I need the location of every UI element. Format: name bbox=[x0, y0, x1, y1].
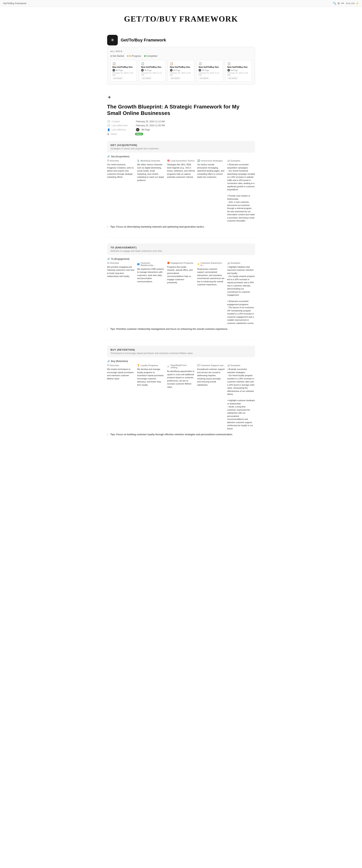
main-title: GET/TO/BUY FRAMEWORK bbox=[107, 14, 255, 24]
to-header-box: TO (ENGAGEMENT) Methods to engage and re… bbox=[107, 244, 255, 255]
buy-sub-label: Buy (Retention) bbox=[111, 360, 128, 363]
col-content-2: By identifying opportunities to upsell o… bbox=[167, 370, 195, 389]
get-columns-col-3: 🔄 Conversion Strategies Our tactics incl… bbox=[197, 159, 225, 222]
built-with: Built with ⚡ bbox=[346, 2, 359, 5]
get-sub-icon: 🔗 bbox=[107, 155, 110, 158]
col-header-text-3: Customer Support and... bbox=[201, 364, 225, 367]
col-icon-2: 🎯 bbox=[167, 159, 170, 162]
topbar-breadcrumb: Get/To/Buy Framework bbox=[3, 2, 26, 5]
get-header-box: GET (ACQUISITION) Strategies to attract … bbox=[107, 141, 255, 153]
col-header-text-0: Overview bbox=[110, 364, 119, 367]
col-icon-2: 🎁 bbox=[167, 262, 170, 264]
last-edited-by-value: Mr.Pugo bbox=[142, 128, 150, 131]
to-columns-col-3: ⭐ Customer Experience In... Responsive c… bbox=[197, 262, 225, 325]
col-content-3: Responsive customer support, personalize… bbox=[197, 268, 225, 286]
docs-filters: Not Started In Progress Completed bbox=[110, 55, 252, 57]
doc-card-status: Not started bbox=[170, 77, 180, 80]
buy-columns-col-1: 🏆 Loyalty Programs We develop and manage… bbox=[137, 364, 165, 430]
topbar-icons: 🔍 ⧉ ••• bbox=[333, 2, 344, 5]
buy-columns-col-2: 🛒 Upselling/Cross-selling... By identify… bbox=[167, 364, 195, 430]
buy-columns: ☑ Overview We employ techniques to encou… bbox=[107, 364, 255, 430]
col-header-text-4: Examples bbox=[230, 262, 240, 264]
doc-card-date: February 25, 2024 11:45 AM bbox=[112, 72, 135, 76]
status-label: Status bbox=[111, 133, 134, 135]
buy-columns-col-0: ☑ Overview We employ techniques to encou… bbox=[107, 364, 135, 430]
buy-columns-col-3: 💬 Customer Support and... Exceptional cu… bbox=[197, 364, 225, 430]
to-header-desc: Methods to engage and retain customers o… bbox=[111, 250, 252, 252]
last-edited-time-value: February 25, 2024 11:35 PM bbox=[136, 124, 165, 127]
doc-card-1[interactable]: 📋 New Get/To/Buy Doc M Mr.Pugo February … bbox=[139, 60, 166, 82]
col-content-3: Exceptional customer support and service… bbox=[197, 368, 225, 386]
doc-card-3[interactable]: 📋 New Get/To/Buy Doc M Mr.Pugo February … bbox=[196, 60, 223, 82]
divider-1 bbox=[107, 238, 255, 238]
get-columns-col-1: 📡 Marketing Channels We utilize various … bbox=[137, 159, 165, 222]
col-content-4: • Highlight initiatives that improved cu… bbox=[227, 266, 255, 325]
doc-card-4[interactable]: 📋 New Get/To/Buy Doc M Mr.Pugo February … bbox=[225, 60, 252, 82]
col-header-4: 📊 Examples bbox=[227, 159, 255, 162]
col-icon-4: 📊 bbox=[227, 159, 230, 162]
doc-card-title: New Get/To/Buy Doc bbox=[112, 66, 135, 68]
col-content-0: Our online business, Imaginary Creations… bbox=[107, 163, 135, 179]
filter-completed[interactable]: Completed bbox=[144, 55, 158, 57]
doc-icon-symbol: ✳ bbox=[111, 38, 114, 42]
filter-completed-label: Completed bbox=[146, 55, 158, 57]
article-loader-icon: ✦ bbox=[107, 94, 255, 100]
doc-card-icon: 📋 bbox=[112, 62, 135, 65]
doc-card-date: February 25, 2024 11:11 PM bbox=[141, 72, 164, 76]
buy-sub-icon: 🔗 bbox=[107, 360, 110, 363]
col-content-4: • Illustrate successful retention strate… bbox=[227, 368, 255, 430]
col-icon-2: 🛒 bbox=[167, 365, 170, 368]
col-header-text-3: Customer Experience In... bbox=[201, 262, 225, 266]
doc-card-avatar: M bbox=[112, 69, 115, 71]
doc-card-author: Mr.Pugo bbox=[116, 69, 123, 71]
doc-card-2[interactable]: 📋 New Get/To/Buy Doc M Mr.Pugo February … bbox=[168, 60, 194, 82]
col-icon-4: 📊 bbox=[227, 262, 230, 264]
col-header-text-0: Overview bbox=[110, 160, 119, 162]
doc-icon: ✳ bbox=[107, 35, 118, 45]
more-icon[interactable]: ••• bbox=[341, 2, 344, 5]
to-section: TO (ENGAGEMENT) Methods to engage and re… bbox=[107, 244, 255, 331]
doc-card-icon: 📋 bbox=[198, 62, 221, 65]
doc-card-date: February 25, 2024 11:11 PM bbox=[198, 72, 221, 76]
created-value: February 25, 2024 11:12 AM bbox=[136, 120, 165, 123]
doc-card-meta: M Mr.Pugo bbox=[141, 69, 164, 71]
doc-card-title: New Get/To/Buy Doc bbox=[227, 66, 250, 68]
meta-status: ◉ Status Done bbox=[107, 132, 255, 135]
col-icon-4: 📊 bbox=[227, 364, 230, 367]
doc-card-0[interactable]: 📋 New Get/To/Buy Doc M Mr.Pugo February … bbox=[110, 60, 137, 82]
col-icon-3: 🔄 bbox=[197, 159, 200, 162]
search-icon[interactable]: 🔍 bbox=[333, 2, 336, 5]
page-wrapper: GET/TO/BUY FRAMEWORK ✳ Get/To/Buy Framew… bbox=[96, 7, 267, 460]
col-header-1: 👥 Customer Relationship... bbox=[137, 262, 165, 266]
filter-in-progress-label: In Progress bbox=[129, 55, 141, 57]
meta-last-edited-time: 🕐 Last edited time February 25, 2024 11:… bbox=[107, 124, 255, 127]
author-avatar: M bbox=[136, 128, 139, 131]
filter-in-progress[interactable]: In Progress bbox=[127, 55, 141, 57]
doc-card-meta: M Mr.Pugo bbox=[170, 69, 192, 71]
doc-card-meta: M Mr.Pugo bbox=[227, 69, 250, 71]
to-columns-col-1: 👥 Customer Relationship... We implement … bbox=[137, 262, 165, 325]
to-header-title: TO (ENGAGEMENT) bbox=[111, 246, 252, 249]
person-icon: 👤 bbox=[107, 128, 110, 131]
col-content-1: We implement CRM systems to manage inter… bbox=[137, 268, 165, 283]
buy-header-title: BUY (RETENTION) bbox=[111, 348, 252, 351]
buy-tips-text: Tips: Focus on building customer loyalty… bbox=[110, 433, 233, 436]
get-columns-col-0: ☑ Overview Our online business, Imaginar… bbox=[107, 159, 135, 222]
built-with-logo: ⚡ bbox=[356, 2, 359, 5]
col-content-4: • Showcase successful acquisition campai… bbox=[227, 163, 255, 222]
to-columns-col-2: 🎁 Engagement Programs Programs like loya… bbox=[167, 262, 195, 325]
col-header-0: ☑ Overview bbox=[107, 364, 135, 367]
doc-card-author: Mr.Pugo bbox=[144, 69, 151, 71]
col-content-0: We prioritize engaging and retaining cus… bbox=[107, 266, 135, 278]
col-icon-1: 🏆 bbox=[137, 364, 140, 367]
doc-card-icon: 📋 bbox=[227, 62, 250, 65]
doc-card-icon: 📋 bbox=[141, 62, 164, 65]
article-title: The Growth Blueprint: A Strategic Framew… bbox=[107, 103, 255, 116]
buy-header-desc: Techniques to encourage repeat purchases… bbox=[111, 352, 252, 354]
buy-columns-col-4: 📊 Examples • Illustrate successful reten… bbox=[227, 364, 255, 430]
get-sub-header: 🔗 Get (Acquisition) bbox=[107, 155, 255, 158]
copy-icon[interactable]: ⧉ bbox=[338, 2, 340, 5]
doc-card-status: Not started bbox=[227, 77, 238, 80]
filter-not-started[interactable]: Not Started bbox=[110, 55, 124, 57]
doc-card-avatar: M bbox=[141, 69, 144, 71]
